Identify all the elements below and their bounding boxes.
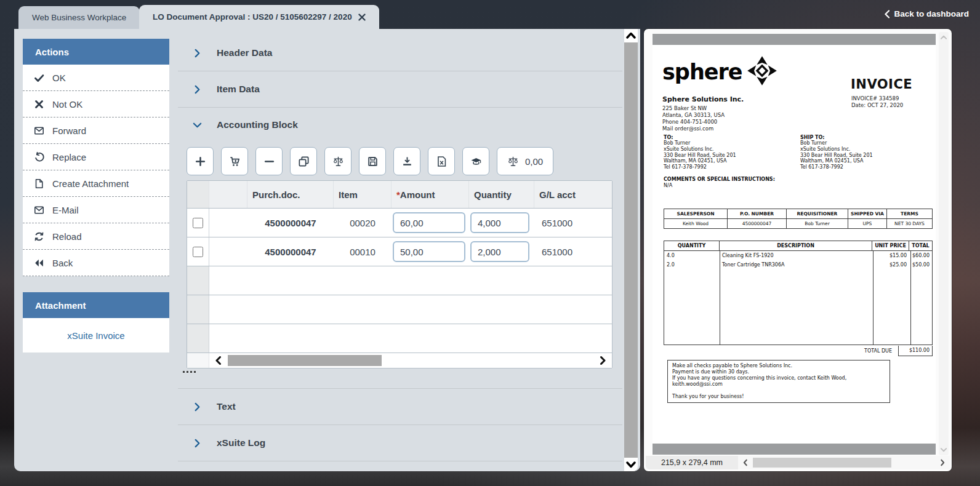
tab-web-business-workplace[interactable]: Web Business Workplace xyxy=(18,6,140,29)
copy-row-button[interactable] xyxy=(290,147,317,175)
action-label: Replace xyxy=(52,152,86,162)
action-replace[interactable]: Replace xyxy=(23,144,169,170)
add-row-button[interactable] xyxy=(187,147,214,175)
rewind-icon xyxy=(34,258,44,268)
tab-lo-document-approval[interactable]: LO Document Approval : US20 / 5105602297… xyxy=(139,5,379,29)
scrollbar-thumb[interactable] xyxy=(228,355,382,366)
excel-export-button[interactable] xyxy=(428,147,455,175)
amount-input[interactable] xyxy=(393,212,465,233)
page-gap xyxy=(653,444,936,455)
chevron-right-icon xyxy=(193,49,202,58)
chevron-right-icon xyxy=(193,439,202,448)
screen: Web Business Workplace LO Document Appro… xyxy=(0,0,980,486)
invoice-company-address: 225 Baker St NW Atlanta, GA 30313, USA P… xyxy=(662,105,725,132)
action-back[interactable]: Back xyxy=(23,250,169,276)
scroll-down-icon[interactable] xyxy=(626,460,636,469)
accounting-toolbar: 0,00 xyxy=(187,147,553,175)
action-create-attachment[interactable]: Create Attachment xyxy=(23,170,169,197)
action-label: Forward xyxy=(52,125,86,136)
empty-row xyxy=(187,266,612,295)
section-item-data[interactable]: Item Data xyxy=(178,71,622,107)
invoice-comments-value: N/A xyxy=(664,183,672,189)
table-horizontal-scrollbar[interactable] xyxy=(187,353,612,368)
page-gap xyxy=(653,34,936,45)
minus-icon xyxy=(263,156,275,167)
column-item: Item xyxy=(334,181,392,208)
close-icon[interactable] xyxy=(358,14,366,21)
scroll-up-icon[interactable] xyxy=(626,31,636,41)
sphere-pinwheel-logo-icon xyxy=(746,55,778,87)
back-to-dashboard-label: Back to dashboard xyxy=(894,9,969,18)
accounting-table: Purch.doc. Item *Amount Quantity G/L acc… xyxy=(187,180,612,368)
balance-check-button[interactable] xyxy=(324,147,351,175)
action-label: E-Mail xyxy=(52,205,79,215)
quantity-input[interactable] xyxy=(470,241,529,262)
quantity-input[interactable] xyxy=(470,212,529,233)
page-size-label: 215,9 x 279,4 mm xyxy=(646,458,738,467)
invoice-footer-notes: Make all checks payable to Sphere Soluti… xyxy=(667,360,890,403)
scroll-down-icon[interactable] xyxy=(940,446,947,453)
viewer-horizontal-scrollbar[interactable] xyxy=(738,456,950,469)
section-header-data[interactable]: Header Data xyxy=(178,35,622,71)
section-accounting-block[interactable]: Accounting Block xyxy=(178,108,622,142)
resize-grip-icon[interactable] xyxy=(183,371,196,373)
blank-column xyxy=(209,181,247,208)
invoice-ship-to-block: SHIP TO: Bob Turner xSuite Solutions Inc… xyxy=(800,135,873,170)
row-checkbox[interactable] xyxy=(193,218,203,228)
gl-acct-cell: 651000 xyxy=(534,209,613,237)
empty-row xyxy=(187,324,612,353)
balance-total-button[interactable]: 0,00 xyxy=(497,147,553,175)
table-header-row: Purch.doc. Item *Amount Quantity G/L acc… xyxy=(187,181,612,209)
download-button[interactable] xyxy=(393,147,420,175)
chevron-right-icon xyxy=(193,85,202,94)
learn-button[interactable] xyxy=(462,147,489,175)
work-area-panel: Actions OK Not OK xyxy=(14,29,640,471)
scroll-left-icon[interactable] xyxy=(214,356,223,365)
chevron-right-icon xyxy=(193,402,202,412)
table-row: 4500000047 00010 651000 xyxy=(187,237,612,266)
gl-acct-cell: 651000 xyxy=(534,237,613,266)
scrollbar-thumb[interactable] xyxy=(753,458,891,468)
scroll-right-icon[interactable] xyxy=(598,356,607,365)
item-cell: 00010 xyxy=(334,237,392,266)
back-to-dashboard-link[interactable]: Back to dashboard xyxy=(884,9,969,18)
action-not-ok[interactable]: Not OK xyxy=(23,91,169,118)
invoice-to-block: TO: Bob Turner xSuite Solutions Inc. 330… xyxy=(664,135,736,170)
row-blank-cell xyxy=(209,237,247,266)
refresh-icon xyxy=(34,231,44,242)
envelope-icon xyxy=(34,205,44,215)
item-cell: 00020 xyxy=(334,209,392,237)
attachment-panel: Attachment xSuite Invoice xyxy=(23,292,169,353)
attachment-link-xsuite-invoice[interactable]: xSuite Invoice xyxy=(23,318,169,353)
undo-icon xyxy=(34,152,44,162)
remove-row-button[interactable] xyxy=(255,147,283,175)
invoice-info-table: SALESPERSON P.O. NUMBER REQUISITIONER SH… xyxy=(664,209,933,229)
invoice-viewer-panel: sphere Sphere Solutions Inc. 225 Baker S… xyxy=(644,29,952,471)
section-label: xSuite Log xyxy=(217,437,265,448)
section-text[interactable]: Text xyxy=(178,389,622,424)
purch-doc-link[interactable]: 4500000047 xyxy=(265,218,316,228)
scroll-left-icon[interactable] xyxy=(742,459,749,466)
add-from-po-button[interactable] xyxy=(221,147,248,175)
scrollbar-thumb[interactable] xyxy=(624,42,638,458)
action-reload[interactable]: Reload xyxy=(23,223,169,250)
viewer-status-bar: 215,9 x 279,4 mm xyxy=(646,456,950,469)
scroll-up-icon[interactable] xyxy=(940,34,947,41)
invoice-meta: INVOICE# 334589 Date: OCT 27, 2020 xyxy=(851,95,903,109)
purch-doc-link[interactable]: 4500000047 xyxy=(265,247,316,257)
excel-document-icon xyxy=(436,156,448,167)
row-checkbox[interactable] xyxy=(193,247,203,257)
scroll-right-icon[interactable] xyxy=(939,459,946,466)
attachment-file-icon xyxy=(34,178,44,189)
main-vertical-scrollbar[interactable] xyxy=(624,29,638,471)
action-email[interactable]: E-Mail xyxy=(23,197,169,223)
plus-icon xyxy=(195,156,206,167)
action-forward[interactable]: Forward xyxy=(23,118,169,144)
amount-input[interactable] xyxy=(393,241,465,262)
action-ok[interactable]: OK xyxy=(23,65,169,91)
viewer-vertical-scrollbar[interactable] xyxy=(939,32,949,455)
save-button[interactable] xyxy=(359,147,386,175)
invoice-logo-text: sphere xyxy=(662,60,742,84)
action-label: Create Attachment xyxy=(52,178,129,189)
section-xsuite-log[interactable]: xSuite Log xyxy=(178,425,622,461)
